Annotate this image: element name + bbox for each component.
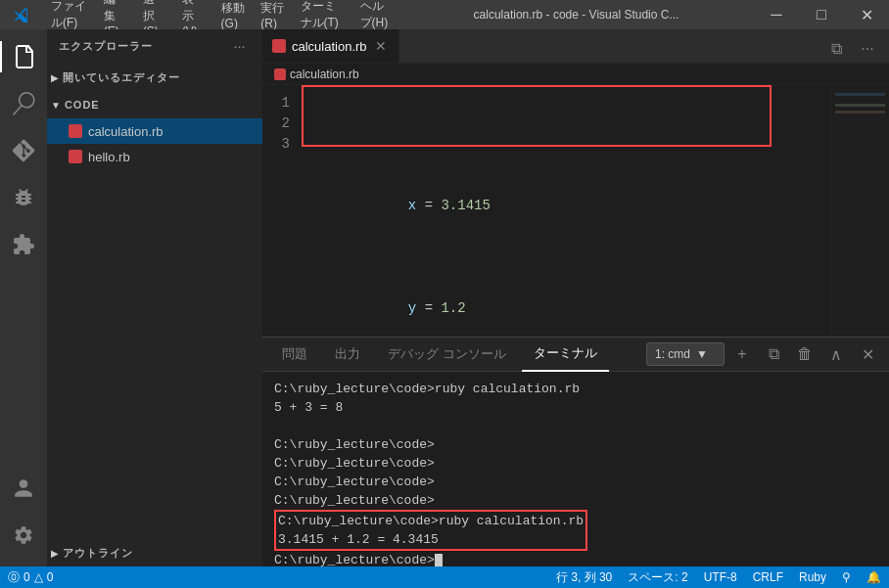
line-num-3: 3 (262, 134, 290, 155)
status-bar: ⓪ 0 △ 0 行 3, 列 30 スペース: 2 UTF-8 CRLF Rub… (0, 566, 889, 588)
menu-terminal[interactable]: ターミナル(T) (293, 0, 352, 29)
status-notification-icon[interactable]: 🔔 (859, 566, 889, 588)
activity-bar (0, 29, 47, 566)
tab-calculation-rb[interactable]: calculation.rb ✕ (262, 29, 399, 63)
terminal-line-7: C:\ruby_lecture\code> (274, 491, 877, 510)
menu-help[interactable]: ヘルプ(H) (352, 0, 398, 29)
activity-search-icon[interactable] (0, 80, 47, 127)
activity-debug-icon[interactable] (0, 174, 47, 221)
tab-ruby-icon (272, 39, 286, 53)
editor-content: calculation.rb 1 2 3 x = 3.1415 y = 1.2 (262, 64, 889, 566)
code-lines[interactable]: x = 3.1415 y = 1.2 puts "#{x} + #{y} = #… (302, 85, 830, 337)
panel-tab-problems[interactable]: 問題 (270, 338, 319, 372)
ruby-file-icon-hello (69, 150, 82, 163)
outline-label: アウトライン (63, 546, 133, 561)
outline-section: ▶ アウトライン (47, 539, 262, 566)
tab-bar-right: ⧉ ··· (822, 35, 889, 63)
activity-account-icon[interactable] (0, 465, 47, 512)
terminal-dropdown-arrow: ▼ (696, 347, 708, 361)
breadcrumb: calculation.rb (262, 64, 889, 85)
code-section-header[interactable]: ▼ CODE (47, 91, 262, 118)
minimize-button[interactable]: ─ (754, 0, 799, 29)
tab-label: calculation.rb (292, 39, 367, 54)
line-numbers: 1 2 3 (262, 85, 302, 337)
outline-header[interactable]: ▶ アウトライン (47, 539, 262, 566)
status-language-label: Ruby (799, 570, 826, 584)
status-eol[interactable]: CRLF (745, 566, 791, 588)
panel-tab-terminal[interactable]: ターミナル (522, 338, 609, 372)
code-line-2: y = 1.2 (302, 278, 830, 337)
more-actions-button[interactable]: ··· (854, 35, 881, 63)
terminal-line-1: C:\ruby_lecture\code>ruby calculation.rb (274, 380, 877, 398)
status-right: 行 3, 列 30 スペース: 2 UTF-8 CRLF Ruby ⚲ 🔔 (548, 566, 889, 588)
panel-tab-debug-console[interactable]: デバッグ コンソール (376, 338, 518, 372)
status-line-col: 行 3, 列 30 (556, 569, 612, 586)
panel-area: 問題 出力 デバッグ コンソール ターミナル 1: cmd ▼ + ⧉ 🗑 ∧ … (262, 337, 889, 566)
status-warnings-icon: △ (34, 570, 43, 584)
activity-bottom (0, 465, 47, 566)
sidebar-title: エクスプローラー (59, 39, 153, 54)
menu-edit[interactable]: 編集(E) (96, 0, 135, 29)
terminal-line-5: C:\ruby_lecture\code> (274, 454, 877, 473)
menu-file[interactable]: ファイル(F) (43, 0, 96, 29)
titlebar: ファイル(F) 編集(E) 選択(S) 表示(V) 移動(G) 実行(R) ター… (0, 0, 889, 29)
tab-close-button[interactable]: ✕ (373, 38, 389, 54)
breadcrumb-ruby-icon (274, 68, 286, 80)
sidebar: エクスプローラー ··· ▶ 開いているエディター ▼ CODE calcula… (47, 29, 262, 566)
terminal-content[interactable]: C:\ruby_lecture\code>ruby calculation.rb… (262, 372, 889, 566)
kill-terminal-button[interactable]: 🗑 (791, 340, 819, 368)
new-terminal-button[interactable]: + (728, 340, 756, 368)
outline-chevron: ▶ (51, 548, 59, 559)
ruby-file-icon-calculation (69, 124, 82, 138)
status-language[interactable]: Ruby (791, 566, 834, 588)
menu-select[interactable]: 選択(S) (135, 0, 174, 29)
code-section-label: CODE (65, 99, 100, 111)
terminal-highlighted-cmd: C:\ruby_lecture\code>ruby calculation.rb (278, 512, 584, 530)
feedback-icon: ⚲ (842, 570, 851, 584)
open-editors-chevron: ▶ (51, 72, 59, 83)
status-position[interactable]: 行 3, 列 30 (548, 566, 620, 588)
status-spaces[interactable]: スペース: 2 (620, 566, 695, 588)
close-panel-button[interactable]: ✕ (854, 340, 881, 368)
code-editor[interactable]: 1 2 3 x = 3.1415 y = 1.2 puts "#{x} + #{… (262, 85, 889, 337)
maximize-button[interactable]: □ (799, 0, 844, 29)
maximize-panel-button[interactable]: ∧ (822, 340, 850, 368)
main-layout: エクスプローラー ··· ▶ 開いているエディター ▼ CODE calcula… (0, 29, 889, 566)
sidebar-more-icon[interactable]: ··· (229, 36, 251, 58)
titlebar-controls: ─ □ ✕ (754, 0, 889, 29)
terminal-dropdown[interactable]: 1: cmd ▼ (646, 342, 725, 366)
open-editors-header[interactable]: ▶ 開いているエディター (47, 64, 262, 91)
code-section-chevron: ▼ (51, 100, 61, 111)
panel-tabs-right: 1: cmd ▼ + ⧉ 🗑 ∧ ✕ (646, 340, 881, 368)
terminal-prompt-line: C:\ruby_lecture\code> (274, 551, 877, 566)
split-editor-button[interactable]: ⧉ (822, 35, 850, 63)
vscode-logo-icon (14, 7, 29, 23)
open-editors-section: ▶ 開いているエディター (47, 64, 262, 91)
file-calculation-name: calculation.rb (88, 124, 164, 139)
line-num-2: 2 (262, 113, 290, 134)
status-eol-label: CRLF (753, 570, 783, 584)
menu-view[interactable]: 表示(V) (174, 0, 213, 29)
status-left: ⓪ 0 △ 0 (0, 566, 61, 588)
file-calculation-rb[interactable]: calculation.rb (47, 118, 262, 144)
code-line-1: x = 3.1415 (302, 175, 830, 237)
close-button[interactable]: ✕ (844, 0, 889, 29)
menu-go[interactable]: 移動(G) (213, 0, 254, 29)
status-errors-count: 0 (23, 570, 30, 584)
activity-git-icon[interactable] (0, 127, 47, 174)
terminal-line-3 (274, 417, 877, 435)
panel-tab-output[interactable]: 出力 (323, 338, 372, 372)
status-encoding[interactable]: UTF-8 (696, 566, 745, 588)
status-feedback-icon[interactable]: ⚲ (834, 566, 859, 588)
status-errors[interactable]: ⓪ 0 △ 0 (0, 566, 61, 588)
split-terminal-button[interactable]: ⧉ (760, 340, 787, 368)
titlebar-menus: ファイル(F) 編集(E) 選択(S) 表示(V) 移動(G) 実行(R) ター… (43, 0, 398, 29)
activity-explorer-icon[interactable] (0, 33, 47, 80)
menu-run[interactable]: 実行(R) (253, 0, 292, 29)
editor-area: calculation.rb ✕ ⧉ ··· calculation.rb 1 … (262, 29, 889, 566)
activity-settings-icon[interactable] (0, 512, 47, 559)
file-hello-rb[interactable]: hello.rb (47, 144, 262, 169)
minimap (830, 85, 889, 337)
status-warnings-count: 0 (47, 570, 54, 584)
activity-extensions-icon[interactable] (0, 221, 47, 268)
